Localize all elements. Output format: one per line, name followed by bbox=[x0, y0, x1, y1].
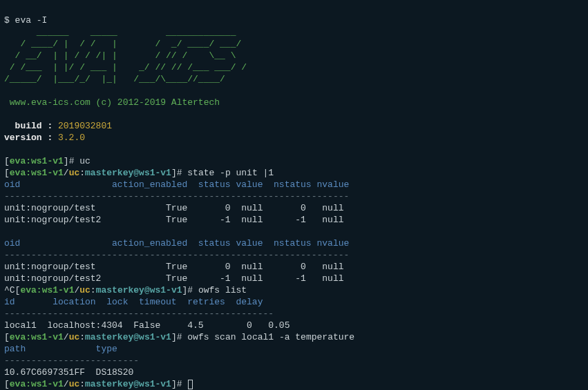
prompt-svc: uc bbox=[69, 332, 80, 342]
unit-row: unit:nogroup/test2 True -1 null -1 null bbox=[4, 215, 343, 225]
unit-table-header: oid action_enabled status value nstatus … bbox=[4, 179, 349, 190]
shell-cmd: $ eva -I bbox=[4, 15, 47, 26]
prompt-bracket: [ bbox=[4, 332, 10, 342]
prompt-host: eva:ws1-v1 bbox=[10, 379, 64, 389]
build-value: 2019032801 bbox=[58, 121, 112, 131]
cmd-owfs-list: owfs list bbox=[198, 285, 247, 295]
ascii-line: / ____/ | / / | / _/ ____/ ___/ bbox=[4, 39, 241, 49]
prompt-bracket: [ bbox=[4, 156, 10, 166]
unit-row: unit:nogroup/test True 0 null 0 null bbox=[4, 262, 343, 272]
divider: ----------------------------------------… bbox=[4, 191, 349, 202]
prompt-bracket: ]# bbox=[171, 379, 187, 389]
prompt-bracket: ]# bbox=[64, 156, 79, 166]
prompt-colon: : bbox=[79, 332, 85, 342]
prompt-bracket: [ bbox=[4, 168, 10, 178]
prompt-key: masterkey@ws1-v1 bbox=[85, 168, 171, 178]
build-label: build : bbox=[4, 121, 58, 131]
divider: ----------------------------------------… bbox=[4, 250, 349, 260]
version-value: 3.2.0 bbox=[58, 133, 85, 143]
cmd-owfs-scan: owfs scan local1 -a temperature bbox=[187, 332, 354, 342]
unit-table-header: oid action_enabled status value nstatus … bbox=[4, 238, 349, 248]
prompt-svc: uc bbox=[69, 379, 80, 389]
prompt-key: masterkey@ws1-v1 bbox=[96, 285, 182, 295]
ascii-line: ______ _____ _____________ bbox=[4, 27, 236, 37]
cmd-uc: uc bbox=[79, 156, 91, 166]
owfs-list-header: id location lock timeout retries delay bbox=[4, 297, 263, 307]
prompt-bracket: ]# bbox=[171, 168, 187, 178]
divider: ----------------------------------------… bbox=[4, 309, 274, 319]
prompt-colon: : bbox=[79, 379, 85, 389]
prompt-key: masterkey@ws1-v1 bbox=[85, 379, 171, 389]
terminal[interactable]: $ eva -I ______ _____ _____________ / __… bbox=[0, 0, 588, 390]
prompt-slash: / bbox=[64, 168, 69, 178]
ascii-line: / __/ | | / / /| | / // / \__ \ bbox=[4, 50, 236, 61]
version-label: version : bbox=[4, 133, 58, 143]
cmd-state: state -p unit |1 bbox=[187, 168, 274, 178]
owfs-scan-header: path type bbox=[4, 344, 117, 354]
prompt-svc: uc bbox=[79, 285, 91, 295]
prompt-host: eva:ws1-v1 bbox=[20, 285, 74, 295]
prompt-key: masterkey@ws1-v1 bbox=[85, 332, 171, 342]
prompt-bracket: ]# bbox=[182, 285, 198, 295]
prompt-host: eva:ws1-v1 bbox=[10, 156, 64, 166]
prompt-bracket: [ bbox=[4, 379, 10, 389]
ascii-line: /_____/ |___/_/ |_| /___/\____//____/ bbox=[4, 74, 225, 84]
prompt-bracket: ]# bbox=[171, 332, 187, 342]
divider: ------------------------- bbox=[4, 355, 139, 366]
prompt-colon: : bbox=[79, 168, 85, 178]
ctrl-c: ^C bbox=[4, 285, 15, 295]
prompt-host: eva:ws1-v1 bbox=[10, 332, 64, 342]
owfs-scan-row: 10.67C6697351FF DS18S20 bbox=[4, 367, 133, 378]
prompt-colon: : bbox=[91, 285, 96, 295]
owfs-list-row: local1 localhost:4304 False 4.5 0 0.05 bbox=[4, 320, 290, 331]
unit-row: unit:nogroup/test2 True -1 null -1 null bbox=[4, 273, 343, 284]
unit-row: unit:nogroup/test True 0 null 0 null bbox=[4, 203, 343, 213]
footer-line: www.eva-ics.com (c) 2012-2019 Altertech bbox=[4, 97, 220, 108]
prompt-slash: / bbox=[64, 332, 69, 342]
prompt-host: eva:ws1-v1 bbox=[10, 168, 64, 178]
prompt-svc: uc bbox=[69, 168, 80, 178]
ascii-line: / /___ | |/ / ___ | _/ // // /___ ___/ / bbox=[4, 62, 247, 72]
prompt-slash: / bbox=[64, 379, 69, 389]
cursor[interactable] bbox=[188, 380, 193, 389]
